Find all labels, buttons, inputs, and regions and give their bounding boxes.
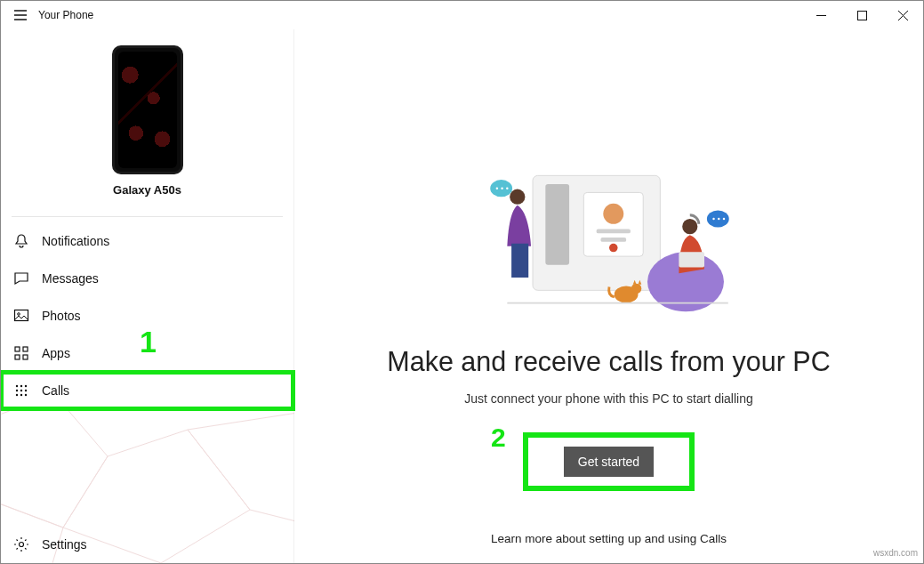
apps-icon [13,345,29,361]
watermark: wsxdn.com [873,548,918,558]
svg-point-23 [609,244,618,253]
device-thumbnail[interactable] [112,45,183,174]
svg-point-7 [16,385,18,387]
svg-point-13 [16,394,18,396]
svg-point-10 [16,390,18,391]
nav-label: Settings [42,537,87,552]
nav-label: Messages [42,271,99,286]
svg-point-16 [20,543,24,547]
dialpad-icon [13,383,29,399]
menu-icon[interactable] [8,3,33,28]
divider [12,216,283,217]
nav-label: Calls [42,383,69,398]
nav-list: Notifications Messages Photos Apps Calls [1,222,293,409]
gear-icon [13,536,29,552]
cta-highlight: Get started [523,432,695,491]
svg-rect-4 [23,347,28,351]
bell-icon [13,233,29,249]
subtext: Just connect your phone with this PC to … [464,391,753,406]
maximize-button[interactable] [841,1,882,29]
nav-label: Apps [42,346,70,360]
nav-label: Photos [42,309,81,323]
svg-point-31 [682,219,697,234]
svg-rect-3 [15,347,20,351]
svg-rect-5 [15,355,20,359]
title-bar: Your Phone [1,1,923,29]
svg-point-36 [722,218,724,220]
svg-point-34 [712,218,714,220]
window-controls [800,1,923,29]
svg-point-9 [25,385,27,387]
svg-rect-0 [857,11,866,20]
message-icon [13,270,29,286]
get-started-button[interactable]: Get started [564,447,654,477]
svg-point-12 [25,390,27,391]
annotation-step-2: 2 [491,423,506,453]
close-button[interactable] [882,1,923,29]
photo-icon [13,308,29,324]
svg-rect-6 [23,355,28,359]
svg-point-2 [18,313,20,316]
nav-messages[interactable]: Messages [1,260,293,297]
svg-rect-21 [596,230,630,234]
app-title: Your Phone [38,9,93,21]
svg-point-15 [25,394,27,396]
svg-point-35 [718,218,719,220]
svg-point-27 [495,187,497,189]
nav-notifications[interactable]: Notifications [1,222,293,260]
nav-settings[interactable]: Settings [1,526,293,563]
svg-point-8 [20,385,22,387]
nav-calls[interactable]: Calls [1,372,293,409]
svg-rect-18 [545,184,569,265]
nav-label: Notifications [42,234,109,248]
svg-point-38 [631,284,640,294]
svg-point-29 [506,187,508,189]
learn-more-link[interactable]: Learn more about setting up and using Ca… [491,532,727,545]
svg-rect-22 [600,238,626,242]
svg-rect-25 [511,244,528,278]
device-name: Galaxy A50s [1,183,293,197]
svg-point-14 [20,394,22,396]
svg-point-20 [603,204,623,224]
hero-illustration [476,163,743,316]
headline: Make and receive calls from your PC [387,346,830,377]
svg-point-28 [501,187,502,189]
svg-rect-32 [679,252,704,267]
svg-point-24 [510,189,525,205]
main-panel: Make and receive calls from your PC Just… [294,29,923,563]
minimize-button[interactable] [800,1,841,29]
sidebar: Galaxy A50s Notifications Messages Photo… [1,29,294,563]
annotation-step-1: 1 [140,325,157,359]
svg-point-11 [20,390,22,391]
